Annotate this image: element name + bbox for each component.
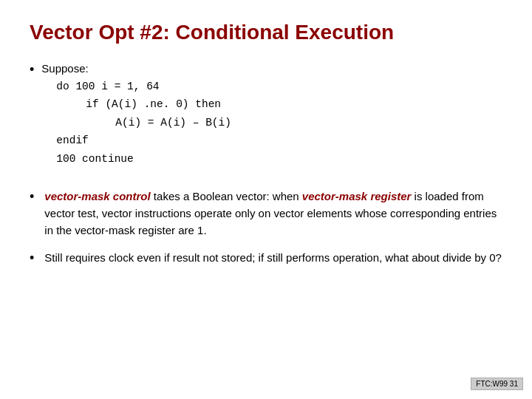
vector-mask-text1: takes a Boolean vector: when [151, 190, 302, 202]
slide: Vector Opt #2: Conditional Execution • S… [0, 0, 532, 399]
vector-mask-register-label: vector-mask register [302, 190, 412, 202]
slide-title: Vector Opt #2: Conditional Execution [30, 21, 502, 44]
footer-badge: FTC:W99 31 [471, 378, 523, 390]
suppose-label: Suppose: [41, 62, 88, 75]
code-line4: endif [56, 132, 231, 150]
code-block: do 100 i = 1, 64 if (A(i) .ne. 0) then A… [56, 78, 231, 168]
content-area: • Suppose: do 100 i = 1, 64 if (A(i) .ne… [30, 61, 502, 268]
bullet-dot-2: • [30, 188, 34, 206]
code-line3: A(i) = A(i) – B(i) [115, 114, 231, 132]
vector-mask-control-label: vector-mask control [44, 190, 150, 202]
code-line2: if (A(i) .ne. 0) then [86, 95, 231, 114]
bullet-dot-1: • [30, 61, 34, 79]
bullet-dot-3: • [30, 249, 34, 267]
vector-mask-text: vector-mask control takes a Boolean vect… [44, 188, 502, 239]
code-line1: do 100 i = 1, 64 [56, 78, 231, 96]
suppose-section: • Suppose: do 100 i = 1, 64 if (A(i) .ne… [30, 61, 502, 177]
code-line5: 100 continue [56, 150, 231, 168]
vector-mask-section: • vector-mask control takes a Boolean ve… [30, 188, 502, 239]
clock-text: Still requires clock even if result not … [44, 249, 502, 266]
clock-section: • Still requires clock even if result no… [30, 249, 502, 267]
suppose-content: Suppose: do 100 i = 1, 64 if (A(i) .ne. … [41, 61, 231, 177]
